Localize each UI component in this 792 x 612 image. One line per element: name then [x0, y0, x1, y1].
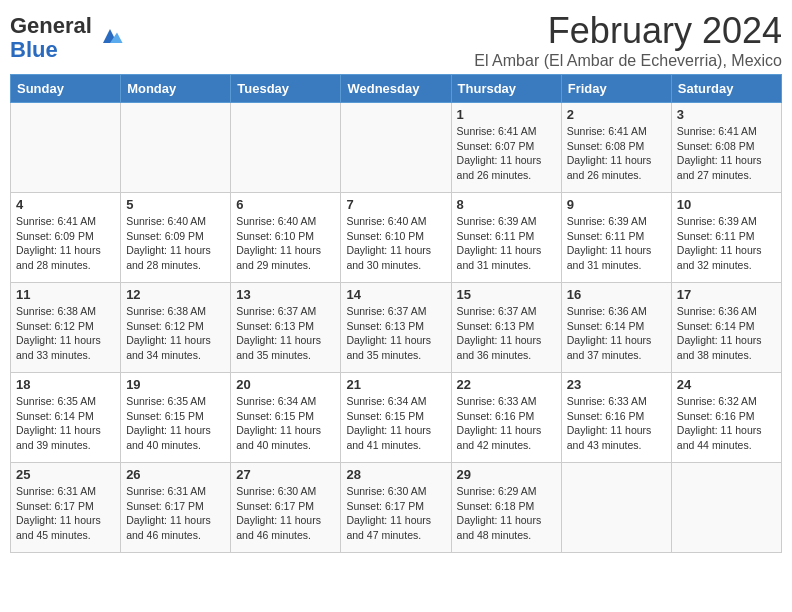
day-info: Sunrise: 6:33 AMSunset: 6:16 PMDaylight:… [567, 394, 666, 453]
day-cell: 8Sunrise: 6:39 AMSunset: 6:11 PMDaylight… [451, 193, 561, 283]
day-cell: 17Sunrise: 6:36 AMSunset: 6:14 PMDayligh… [671, 283, 781, 373]
day-number: 12 [126, 287, 225, 302]
day-number: 6 [236, 197, 335, 212]
day-number: 21 [346, 377, 445, 392]
day-cell: 12Sunrise: 6:38 AMSunset: 6:12 PMDayligh… [121, 283, 231, 373]
day-number: 25 [16, 467, 115, 482]
day-info: Sunrise: 6:36 AMSunset: 6:14 PMDaylight:… [677, 304, 776, 363]
day-cell: 24Sunrise: 6:32 AMSunset: 6:16 PMDayligh… [671, 373, 781, 463]
calendar-table: SundayMondayTuesdayWednesdayThursdayFrid… [10, 74, 782, 553]
day-info: Sunrise: 6:36 AMSunset: 6:14 PMDaylight:… [567, 304, 666, 363]
day-cell: 20Sunrise: 6:34 AMSunset: 6:15 PMDayligh… [231, 373, 341, 463]
day-number: 19 [126, 377, 225, 392]
day-number: 8 [457, 197, 556, 212]
day-info: Sunrise: 6:40 AMSunset: 6:10 PMDaylight:… [236, 214, 335, 273]
day-info: Sunrise: 6:41 AMSunset: 6:07 PMDaylight:… [457, 124, 556, 183]
day-info: Sunrise: 6:41 AMSunset: 6:08 PMDaylight:… [567, 124, 666, 183]
day-number: 7 [346, 197, 445, 212]
day-cell: 22Sunrise: 6:33 AMSunset: 6:16 PMDayligh… [451, 373, 561, 463]
calendar-header: SundayMondayTuesdayWednesdayThursdayFrid… [11, 75, 782, 103]
day-cell: 27Sunrise: 6:30 AMSunset: 6:17 PMDayligh… [231, 463, 341, 553]
week-row-4: 18Sunrise: 6:35 AMSunset: 6:14 PMDayligh… [11, 373, 782, 463]
header-cell-saturday: Saturday [671, 75, 781, 103]
day-cell: 14Sunrise: 6:37 AMSunset: 6:13 PMDayligh… [341, 283, 451, 373]
day-cell: 23Sunrise: 6:33 AMSunset: 6:16 PMDayligh… [561, 373, 671, 463]
day-cell [11, 103, 121, 193]
day-info: Sunrise: 6:37 AMSunset: 6:13 PMDaylight:… [236, 304, 335, 363]
day-cell: 10Sunrise: 6:39 AMSunset: 6:11 PMDayligh… [671, 193, 781, 283]
day-info: Sunrise: 6:37 AMSunset: 6:13 PMDaylight:… [457, 304, 556, 363]
day-cell: 6Sunrise: 6:40 AMSunset: 6:10 PMDaylight… [231, 193, 341, 283]
day-number: 29 [457, 467, 556, 482]
day-info: Sunrise: 6:31 AMSunset: 6:17 PMDaylight:… [16, 484, 115, 543]
day-info: Sunrise: 6:31 AMSunset: 6:17 PMDaylight:… [126, 484, 225, 543]
day-cell: 15Sunrise: 6:37 AMSunset: 6:13 PMDayligh… [451, 283, 561, 373]
day-cell: 13Sunrise: 6:37 AMSunset: 6:13 PMDayligh… [231, 283, 341, 373]
header-cell-thursday: Thursday [451, 75, 561, 103]
day-info: Sunrise: 6:30 AMSunset: 6:17 PMDaylight:… [236, 484, 335, 543]
day-number: 26 [126, 467, 225, 482]
day-number: 1 [457, 107, 556, 122]
title-block: February 2024 El Ambar (El Ambar de Eche… [474, 10, 782, 70]
day-number: 17 [677, 287, 776, 302]
day-number: 5 [126, 197, 225, 212]
day-number: 23 [567, 377, 666, 392]
day-info: Sunrise: 6:39 AMSunset: 6:11 PMDaylight:… [567, 214, 666, 273]
logo: General Blue [10, 14, 124, 62]
day-info: Sunrise: 6:40 AMSunset: 6:09 PMDaylight:… [126, 214, 225, 273]
day-info: Sunrise: 6:39 AMSunset: 6:11 PMDaylight:… [677, 214, 776, 273]
header-row: SundayMondayTuesdayWednesdayThursdayFrid… [11, 75, 782, 103]
day-cell: 4Sunrise: 6:41 AMSunset: 6:09 PMDaylight… [11, 193, 121, 283]
day-number: 18 [16, 377, 115, 392]
day-cell: 11Sunrise: 6:38 AMSunset: 6:12 PMDayligh… [11, 283, 121, 373]
day-info: Sunrise: 6:37 AMSunset: 6:13 PMDaylight:… [346, 304, 445, 363]
day-cell: 18Sunrise: 6:35 AMSunset: 6:14 PMDayligh… [11, 373, 121, 463]
day-info: Sunrise: 6:39 AMSunset: 6:11 PMDaylight:… [457, 214, 556, 273]
day-number: 20 [236, 377, 335, 392]
day-number: 3 [677, 107, 776, 122]
day-info: Sunrise: 6:29 AMSunset: 6:18 PMDaylight:… [457, 484, 556, 543]
page-title: February 2024 [474, 10, 782, 52]
day-cell: 26Sunrise: 6:31 AMSunset: 6:17 PMDayligh… [121, 463, 231, 553]
day-cell [341, 103, 451, 193]
day-number: 24 [677, 377, 776, 392]
day-info: Sunrise: 6:41 AMSunset: 6:09 PMDaylight:… [16, 214, 115, 273]
day-info: Sunrise: 6:41 AMSunset: 6:08 PMDaylight:… [677, 124, 776, 183]
day-cell [561, 463, 671, 553]
logo-icon [96, 22, 124, 50]
logo-general-text: General [10, 13, 92, 38]
day-number: 2 [567, 107, 666, 122]
day-number: 14 [346, 287, 445, 302]
week-row-2: 4Sunrise: 6:41 AMSunset: 6:09 PMDaylight… [11, 193, 782, 283]
page-header: General Blue February 2024 El Ambar (El … [10, 10, 782, 70]
day-info: Sunrise: 6:30 AMSunset: 6:17 PMDaylight:… [346, 484, 445, 543]
header-cell-sunday: Sunday [11, 75, 121, 103]
day-info: Sunrise: 6:34 AMSunset: 6:15 PMDaylight:… [236, 394, 335, 453]
day-cell [231, 103, 341, 193]
day-cell: 25Sunrise: 6:31 AMSunset: 6:17 PMDayligh… [11, 463, 121, 553]
day-cell: 28Sunrise: 6:30 AMSunset: 6:17 PMDayligh… [341, 463, 451, 553]
logo-blue-text: Blue [10, 37, 58, 62]
day-info: Sunrise: 6:33 AMSunset: 6:16 PMDaylight:… [457, 394, 556, 453]
day-number: 10 [677, 197, 776, 212]
calendar-body: 1Sunrise: 6:41 AMSunset: 6:07 PMDaylight… [11, 103, 782, 553]
day-info: Sunrise: 6:35 AMSunset: 6:14 PMDaylight:… [16, 394, 115, 453]
header-cell-tuesday: Tuesday [231, 75, 341, 103]
day-cell: 9Sunrise: 6:39 AMSunset: 6:11 PMDaylight… [561, 193, 671, 283]
day-number: 15 [457, 287, 556, 302]
day-cell: 5Sunrise: 6:40 AMSunset: 6:09 PMDaylight… [121, 193, 231, 283]
day-number: 28 [346, 467, 445, 482]
week-row-3: 11Sunrise: 6:38 AMSunset: 6:12 PMDayligh… [11, 283, 782, 373]
day-cell: 7Sunrise: 6:40 AMSunset: 6:10 PMDaylight… [341, 193, 451, 283]
header-cell-friday: Friday [561, 75, 671, 103]
page-subtitle: El Ambar (El Ambar de Echeverria), Mexic… [474, 52, 782, 70]
header-cell-wednesday: Wednesday [341, 75, 451, 103]
day-number: 27 [236, 467, 335, 482]
day-number: 11 [16, 287, 115, 302]
day-info: Sunrise: 6:34 AMSunset: 6:15 PMDaylight:… [346, 394, 445, 453]
day-cell: 16Sunrise: 6:36 AMSunset: 6:14 PMDayligh… [561, 283, 671, 373]
day-cell: 21Sunrise: 6:34 AMSunset: 6:15 PMDayligh… [341, 373, 451, 463]
day-cell: 19Sunrise: 6:35 AMSunset: 6:15 PMDayligh… [121, 373, 231, 463]
day-cell: 1Sunrise: 6:41 AMSunset: 6:07 PMDaylight… [451, 103, 561, 193]
day-info: Sunrise: 6:35 AMSunset: 6:15 PMDaylight:… [126, 394, 225, 453]
